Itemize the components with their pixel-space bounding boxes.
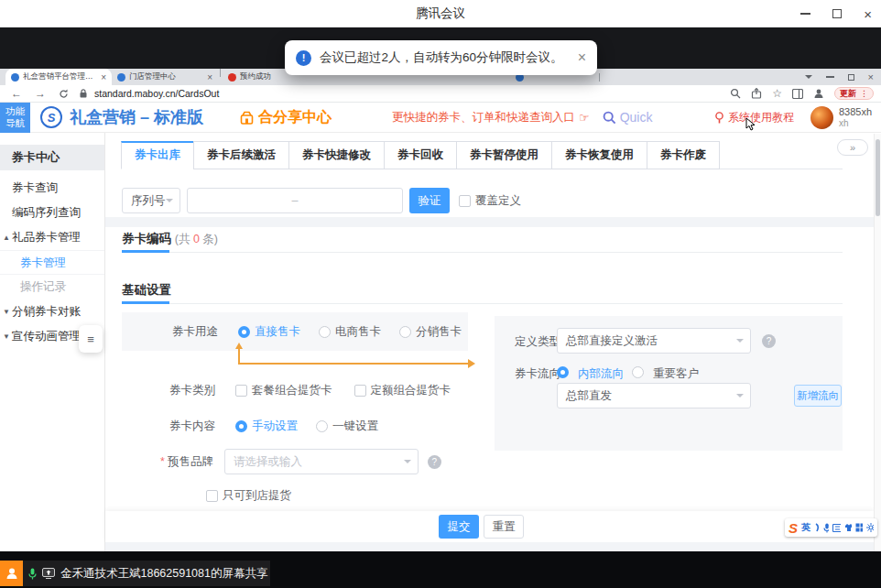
toast-close-icon[interactable]: × bbox=[578, 49, 586, 66]
tab-card-suspend[interactable]: 券卡暂停使用 bbox=[456, 141, 552, 169]
ime-language-mode[interactable]: 英 bbox=[801, 521, 810, 534]
sidebar-item-code-sequence-query[interactable]: 编码序列查询 bbox=[0, 201, 104, 225]
quick-search[interactable]: Quick bbox=[603, 110, 653, 125]
tab-separator bbox=[220, 69, 221, 77]
tab-card-recycle[interactable]: 券卡回收 bbox=[384, 141, 457, 169]
checkbox-label[interactable]: 只可到店提货 bbox=[223, 488, 291, 504]
ime-punctuation-icon[interactable] bbox=[814, 523, 820, 532]
minimize-icon[interactable] bbox=[800, 13, 810, 15]
radio-important-customer[interactable] bbox=[632, 366, 644, 378]
tab-close-icon[interactable]: × bbox=[207, 72, 212, 82]
radio-label[interactable]: 电商售卡 bbox=[335, 324, 381, 340]
define-type-select[interactable]: 总部直接定义激活 bbox=[557, 328, 751, 354]
zoom-icon[interactable] bbox=[730, 88, 741, 99]
refresh-icon[interactable] bbox=[59, 89, 69, 99]
menu-dots-icon[interactable]: ⋮ bbox=[860, 89, 868, 98]
tutorial-link[interactable]: 系统使用教程 bbox=[714, 110, 794, 125]
radio-label[interactable]: 直接售卡 bbox=[255, 324, 300, 340]
forward-icon[interactable]: → bbox=[35, 87, 46, 100]
define-type-label: 定义类型 bbox=[515, 334, 560, 350]
flow-arrow bbox=[234, 342, 477, 369]
checkbox-label[interactable]: 定额组合提货卡 bbox=[371, 383, 451, 398]
tab-close-icon[interactable]: × bbox=[101, 72, 106, 82]
category-label: 券卡类别 bbox=[169, 383, 215, 398]
browser-tab-title: 门店管理中心 bbox=[129, 71, 203, 82]
share-icon[interactable] bbox=[751, 88, 762, 99]
browser-tab-1[interactable]: 礼盒营销平台管理中心 × bbox=[5, 69, 112, 85]
meeting-toast: ! 会议已超过2人，自动转为60分钟限时会议。 × bbox=[285, 40, 597, 75]
close-icon[interactable]: × bbox=[864, 7, 872, 21]
radio-label[interactable]: 重要客户 bbox=[653, 366, 699, 382]
back-icon[interactable]: ← bbox=[11, 87, 22, 100]
serial-type-select[interactable]: 序列号 bbox=[122, 188, 180, 213]
checkbox-fixed-combo[interactable] bbox=[354, 385, 366, 397]
submit-button[interactable]: 提交 bbox=[439, 515, 479, 539]
sidebar-item-card-query[interactable]: 券卡查询 bbox=[0, 176, 104, 201]
tab-card-followup-activation[interactable]: 券卡后续激活 bbox=[193, 141, 289, 169]
add-flow-button[interactable]: 新增流向 bbox=[794, 385, 842, 407]
help-icon[interactable]: ? bbox=[428, 455, 441, 469]
tab-card-restore[interactable]: 券卡恢复使用 bbox=[551, 141, 647, 169]
radio-label[interactable]: 一键设置 bbox=[332, 419, 378, 434]
serial-range-input[interactable] bbox=[187, 188, 403, 213]
verify-button[interactable]: 验证 bbox=[409, 188, 450, 213]
promo-link[interactable]: 更快捷的券卡、订单和快递查询入口 bbox=[392, 110, 575, 125]
radio-manual-setup[interactable] bbox=[235, 420, 247, 432]
app-header: 功能 导航 S 礼盒营销 – 标准版 合分享中心 更快捷的券卡、订单和快递查询入… bbox=[0, 103, 881, 133]
ime-mic-icon[interactable] bbox=[823, 523, 829, 533]
overwrite-checkbox[interactable] bbox=[459, 195, 471, 207]
url-text[interactable]: standard.maboy.cn/CardsOut bbox=[94, 88, 219, 99]
sidebar-collapse-handle[interactable]: ≡ bbox=[79, 325, 103, 353]
flow-select[interactable]: 总部直发 bbox=[557, 383, 751, 408]
side-panel-icon[interactable] bbox=[792, 89, 803, 99]
update-label: 更新 bbox=[840, 88, 856, 100]
participant-tile bbox=[0, 561, 23, 586]
browser-close-icon[interactable]: × bbox=[868, 72, 874, 82]
sidebar-item-label: 礼品券卡管理 bbox=[12, 231, 81, 244]
radio-direct-sale[interactable] bbox=[238, 326, 250, 338]
sidebar-group-gift-card-management[interactable]: ▲ 礼品券卡管理 bbox=[0, 225, 104, 250]
browser-maximize-icon[interactable] bbox=[848, 74, 854, 81]
radio-distribution-sale[interactable] bbox=[399, 326, 411, 338]
radio-label[interactable]: 手动设置 bbox=[252, 419, 298, 434]
profile-icon[interactable] bbox=[813, 88, 824, 99]
overwrite-label: 覆盖定义 bbox=[475, 193, 521, 209]
sidebar-item-operation-log[interactable]: 操作记录 bbox=[0, 275, 104, 299]
user-avatar[interactable] bbox=[810, 106, 833, 129]
checkbox-store-pickup-only[interactable] bbox=[206, 490, 218, 502]
radio-ecommerce-sale[interactable] bbox=[319, 326, 331, 338]
radio-label[interactable]: 内部流向 bbox=[578, 366, 624, 382]
ime-settings-icon[interactable] bbox=[866, 523, 874, 532]
radio-label[interactable]: 分销售卡 bbox=[416, 324, 462, 340]
sidebar-group-distribution-reconciliation[interactable]: ▼ 分销券卡对账 bbox=[0, 299, 104, 324]
chevron-down-icon[interactable] bbox=[805, 75, 812, 79]
ime-toolbox-icon[interactable] bbox=[855, 523, 863, 532]
checkbox-label[interactable]: 套餐组合提货卡 bbox=[252, 383, 332, 398]
select-value: 总部直发 bbox=[558, 388, 736, 404]
browser-update-button[interactable]: 更新 ⋮ bbox=[834, 87, 874, 100]
brand-select[interactable]: 请选择或输入 bbox=[224, 449, 419, 474]
sogou-logo-icon[interactable]: S bbox=[789, 521, 798, 535]
tab-card-void[interactable]: 券卡作废 bbox=[647, 141, 720, 169]
radio-internal-flow[interactable] bbox=[557, 366, 569, 378]
share-center-link[interactable]: 合分享中心 bbox=[240, 108, 332, 127]
radio-one-click-setup[interactable] bbox=[316, 420, 328, 432]
scrollbar-thumb[interactable] bbox=[876, 139, 880, 216]
ime-keyboard-icon[interactable] bbox=[832, 524, 841, 532]
sidebar-item-card-management[interactable]: 券卡管理 bbox=[0, 250, 104, 275]
scrollbar-track[interactable] bbox=[874, 134, 881, 551]
maximize-icon[interactable] bbox=[832, 9, 842, 18]
reset-button[interactable]: 重置 bbox=[484, 515, 524, 539]
meeting-window: 腾讯会议 × ! 会议已超过2人，自动转为60分钟限时会议。 × 礼盒营销平台管… bbox=[0, 0, 881, 588]
help-icon[interactable]: ? bbox=[762, 334, 776, 348]
tab-card-quick-edit[interactable]: 券卡快捷修改 bbox=[288, 141, 385, 169]
function-nav-button[interactable]: 功能 导航 bbox=[0, 103, 30, 133]
checkbox-package-combo[interactable] bbox=[235, 385, 247, 397]
bookmark-star-icon[interactable]: ☆ bbox=[772, 88, 782, 99]
browser-tab-2[interactable]: 门店管理中心 × bbox=[112, 69, 218, 85]
tab-card-outbound[interactable]: 券卡出库 bbox=[121, 141, 194, 169]
content-mode-label: 券卡内容 bbox=[169, 419, 215, 434]
browser-minimize-icon[interactable] bbox=[826, 76, 834, 78]
ime-skin-icon[interactable] bbox=[844, 523, 852, 532]
panel-collapse-button[interactable]: » bbox=[837, 139, 868, 156]
